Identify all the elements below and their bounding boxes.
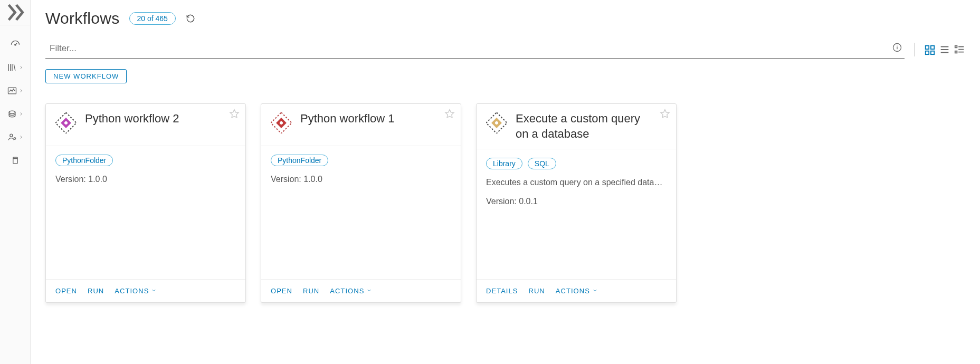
view-grid-button[interactable] (924, 44, 936, 55)
card-body: LibrarySQLExecutes a custom query on a s… (477, 149, 676, 279)
chevron-right-icon (18, 88, 24, 93)
card-body: PythonFolderVersion: 1.0.0 (261, 146, 461, 279)
sidebar (0, 0, 31, 364)
tag-row: PythonFolder (271, 155, 451, 166)
svg-point-2 (9, 134, 12, 137)
tag[interactable]: Library (486, 158, 522, 169)
svg-point-0 (14, 44, 16, 46)
chevron-right-icon (18, 111, 24, 117)
tag[interactable]: PythonFolder (55, 155, 113, 166)
sidebar-expand-button[interactable] (0, 0, 30, 25)
actions-button[interactable]: ACTIONS (115, 287, 157, 295)
sidebar-item-inventory[interactable] (7, 109, 24, 119)
view-switcher (924, 44, 965, 55)
open-button[interactable]: OPEN (271, 287, 292, 295)
run-button[interactable]: RUN (303, 287, 319, 295)
card-title: Execute a custom query on a database (516, 111, 667, 141)
chevron-down-icon (592, 287, 598, 295)
chevron-down-icon (366, 287, 372, 295)
tag[interactable]: SQL (528, 158, 556, 169)
sidebar-item-admin[interactable] (7, 132, 24, 142)
info-icon[interactable] (892, 42, 902, 54)
tag-row: LibrarySQL (486, 158, 667, 169)
svg-rect-8 (926, 51, 929, 54)
card-body: PythonFolderVersion: 1.0.0 (46, 146, 245, 279)
run-button[interactable]: RUN (529, 287, 545, 295)
details-button[interactable]: DETAILS (486, 287, 518, 295)
favorite-star-icon[interactable] (659, 108, 671, 121)
card-header: Python workflow 2 (46, 104, 245, 146)
favorite-star-icon[interactable] (444, 108, 455, 121)
card-version: Version: 1.0.0 (271, 175, 451, 184)
workflow-card: Python workflow 1PythonFolderVersion: 1.… (261, 103, 461, 303)
filter-input-wrap (45, 40, 905, 59)
card-title: Python workflow 2 (85, 111, 192, 127)
run-button[interactable]: RUN (88, 287, 104, 295)
card-footer: OPENRUNACTIONS (261, 279, 461, 302)
favorite-star-icon[interactable] (229, 108, 240, 121)
actions-button[interactable]: ACTIONS (556, 287, 598, 295)
open-button[interactable]: OPEN (55, 287, 77, 295)
sidebar-item-activity[interactable] (7, 85, 24, 96)
chevron-right-icon (18, 135, 24, 140)
card-footer: DETAILSRUNACTIONS (477, 279, 676, 302)
sidebar-item-library[interactable] (7, 62, 24, 73)
svg-rect-11 (955, 51, 957, 53)
card-grid: Python workflow 2PythonFolderVersion: 1.… (45, 103, 980, 303)
svg-rect-4 (13, 157, 17, 164)
tag-row: PythonFolder (55, 155, 236, 166)
svg-rect-10 (955, 45, 957, 47)
filter-input[interactable] (45, 40, 905, 58)
chevron-down-icon (151, 287, 157, 295)
workflow-avatar-icon (271, 112, 292, 133)
view-list-button[interactable] (939, 44, 950, 55)
card-header: Python workflow 1 (261, 104, 461, 146)
refresh-button[interactable] (185, 13, 196, 24)
tag[interactable]: PythonFolder (271, 155, 328, 166)
sidebar-item-dashboard[interactable] (10, 39, 21, 50)
new-workflow-button[interactable]: NEW WORKFLOW (45, 69, 127, 83)
card-version: Version: 1.0.0 (55, 175, 236, 184)
card-header: Execute a custom query on a database (477, 104, 676, 149)
card-footer: OPENRUNACTIONS (46, 279, 245, 302)
workflow-card: Execute a custom query on a databaseLibr… (476, 103, 677, 303)
card-description: Executes a custom query on a specified d… (486, 178, 667, 187)
workflow-avatar-icon (55, 112, 77, 133)
workflow-avatar-icon (486, 112, 507, 133)
svg-rect-6 (926, 45, 929, 49)
card-title: Python workflow 1 (300, 111, 407, 127)
count-badge: 20 of 465 (129, 12, 176, 25)
view-tree-button[interactable] (954, 44, 965, 55)
actions-button[interactable]: ACTIONS (330, 287, 372, 295)
svg-rect-9 (931, 51, 934, 54)
chevron-right-icon (18, 65, 24, 70)
svg-rect-7 (931, 45, 934, 49)
main-panel: Workflows 20 of 465 (31, 0, 980, 364)
card-version: Version: 0.0.1 (486, 197, 667, 206)
page-title: Workflows (45, 9, 120, 27)
sidebar-item-storage[interactable] (10, 155, 21, 166)
workflow-card: Python workflow 2PythonFolderVersion: 1.… (45, 103, 246, 303)
divider (914, 43, 915, 56)
